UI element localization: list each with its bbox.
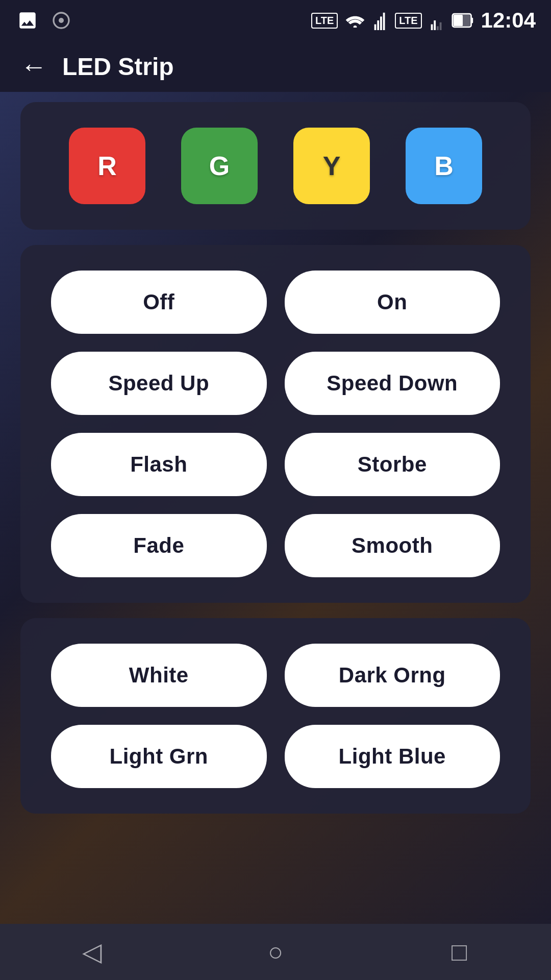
- on-button[interactable]: On: [285, 271, 500, 334]
- flash-button[interactable]: Flash: [51, 433, 267, 496]
- fade-button[interactable]: Fade: [51, 514, 267, 577]
- svg-point-2: [354, 26, 357, 28]
- svg-rect-3: [374, 24, 377, 30]
- settings-icon: [49, 8, 73, 33]
- wifi-icon: [345, 13, 365, 28]
- strobe-button[interactable]: Storbe: [285, 433, 500, 496]
- status-left-icons: [15, 8, 73, 33]
- yellow-button[interactable]: Y: [293, 128, 370, 204]
- clock: 12:04: [481, 8, 536, 33]
- speed-up-button[interactable]: Speed Up: [51, 352, 267, 415]
- white-button[interactable]: White: [51, 644, 267, 707]
- control-panel: Off On Speed Up Speed Down Flash Storbe …: [20, 245, 531, 603]
- svg-rect-13: [453, 15, 462, 26]
- back-button[interactable]: ←: [20, 51, 47, 82]
- signal-icon-1: [372, 11, 388, 30]
- red-button[interactable]: R: [69, 128, 145, 204]
- svg-rect-9: [437, 26, 439, 30]
- color-options-panel: White Dark Orng Light Grn Light Blue: [20, 618, 531, 814]
- off-button[interactable]: Off: [51, 271, 267, 334]
- light-green-button[interactable]: Light Grn: [51, 725, 267, 788]
- photo-icon: [15, 8, 40, 33]
- lte-badge-2: LTE: [395, 13, 421, 29]
- main-content: R G Y B Off On Speed Up Speed Down Flash…: [0, 92, 551, 824]
- color-panel: R G Y B: [20, 102, 531, 230]
- signal-icon-2: [429, 11, 444, 30]
- svg-rect-7: [431, 24, 433, 30]
- dark-orange-button[interactable]: Dark Orng: [285, 644, 500, 707]
- smooth-button[interactable]: Smooth: [285, 514, 500, 577]
- blue-button[interactable]: B: [406, 128, 482, 204]
- back-nav-button[interactable]: ◁: [71, 932, 112, 972]
- bottom-navigation: ◁ ○ □: [0, 924, 551, 980]
- svg-rect-5: [380, 16, 382, 30]
- lte-badge-1: LTE: [311, 13, 338, 29]
- status-right-icons: LTE LTE 12:04: [311, 8, 536, 33]
- page-title: LED Strip: [62, 53, 174, 81]
- light-blue-button[interactable]: Light Blue: [285, 725, 500, 788]
- svg-point-1: [59, 18, 64, 23]
- recent-nav-button[interactable]: □: [439, 932, 480, 972]
- svg-rect-8: [434, 20, 436, 30]
- svg-rect-6: [383, 13, 385, 30]
- app-bar: ← LED Strip: [0, 41, 551, 92]
- green-button[interactable]: G: [181, 128, 258, 204]
- svg-rect-14: [471, 18, 473, 23]
- svg-rect-10: [439, 22, 441, 30]
- svg-rect-4: [378, 20, 380, 30]
- battery-icon: [452, 11, 474, 30]
- status-bar: LTE LTE 12:04: [0, 0, 551, 41]
- speed-down-button[interactable]: Speed Down: [285, 352, 500, 415]
- home-nav-button[interactable]: ○: [255, 932, 296, 972]
